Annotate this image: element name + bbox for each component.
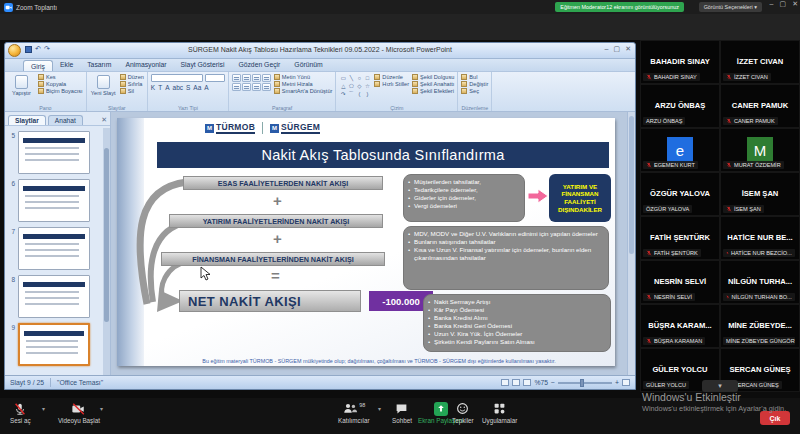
ribbon-tab[interactable]: Görünüm — [287, 59, 329, 71]
participant-tile[interactable]: BAHADIR SINAYBAHADIR SINAY — [641, 41, 719, 83]
slides-button[interactable]: Düzen — [120, 74, 144, 80]
font-name-select[interactable] — [151, 74, 203, 82]
paste-button[interactable]: Yapıştır — [8, 74, 35, 103]
slide-thumbnail[interactable]: 7 — [7, 227, 101, 270]
ppt-close-button[interactable]: ✕ — [625, 45, 631, 53]
leave-meeting-button[interactable]: Çık — [760, 411, 790, 425]
participants-button[interactable]: 98 Katılımcılar — [338, 401, 370, 424]
drawing-button[interactable]: Düzenle — [374, 74, 409, 80]
ppt-maximize-button[interactable]: ▢ — [614, 45, 621, 53]
slide-thumbnail[interactable]: 8 — [7, 275, 101, 318]
font-glyph-button[interactable]: A — [165, 84, 169, 91]
font-glyph-button[interactable]: K — [151, 84, 155, 91]
ribbon-tab[interactable]: Giriş — [23, 60, 53, 71]
new-slide-button[interactable]: Yeni Slayt — [90, 74, 117, 103]
slideshow-view-icon[interactable] — [523, 379, 531, 386]
participant-tile[interactable]: İZZET CIVANİZZET CIVAN — [721, 41, 799, 83]
ribbon-tab[interactable]: Tasarım — [80, 59, 118, 71]
pano-button[interactable]: Kes — [38, 74, 83, 80]
drawing-button[interactable]: Hızlı Stiller — [374, 81, 409, 87]
participant-tile[interactable]: FATİH ŞENTÜRKFATİH ŞENTÜRK — [641, 217, 719, 259]
indent-icon[interactable] — [252, 74, 261, 82]
slide-thumbnail[interactable]: 5 — [7, 131, 101, 174]
slides-button[interactable]: Sıfırla — [120, 81, 144, 87]
start-video-button[interactable]: Videoyu Başlat — [58, 401, 100, 424]
font-glyph-button[interactable]: S — [186, 84, 190, 91]
participant-tile[interactable]: NESRİN SELVİNESRİN SELVİ — [641, 261, 719, 303]
slide-canvas[interactable]: M TÜRMOB M SÜRGEM Nakit Akış Tablosunda … — [117, 118, 615, 366]
font-size-select[interactable] — [205, 74, 225, 82]
participants-caret[interactable]: ▾ — [378, 405, 381, 412]
participant-tile[interactable]: NİLGÜN TURHA...NİLGÜN TURHAN BO... — [721, 261, 799, 303]
chat-button[interactable]: Sohbet — [392, 401, 412, 424]
participant-tile[interactable]: eEGEMEN KURT — [641, 129, 719, 171]
ribbon-tab[interactable]: Animasyonlar — [118, 59, 173, 71]
unmute-button[interactable]: Sesi aç — [10, 401, 31, 424]
slides-button[interactable]: Sil — [120, 88, 144, 94]
font-glyph-button[interactable]: abc — [173, 84, 183, 91]
paragraph-button[interactable]: Metni Hizala — [274, 81, 333, 87]
slides-panel-scrollbar[interactable] — [103, 128, 110, 377]
font-glyph-button[interactable]: A — [204, 84, 208, 91]
close-button[interactable]: ✕ — [792, 0, 798, 8]
reactions-button[interactable]: Tepkiler — [452, 401, 474, 424]
number-list-icon[interactable] — [242, 74, 251, 82]
align-right-icon[interactable] — [252, 83, 261, 91]
panel-close-icon[interactable]: ✕ — [101, 116, 107, 124]
normal-view-icon[interactable] — [501, 379, 509, 386]
editing-button[interactable]: Değiştir — [461, 81, 488, 87]
slide-thumbnail[interactable]: 9 — [7, 323, 101, 366]
align-left-icon[interactable] — [232, 83, 241, 91]
participant-tile[interactable]: BÜŞRA KARAM...BÜŞRA KARAMAN — [641, 305, 719, 347]
mic-options-caret[interactable]: ▾ — [42, 405, 45, 412]
maximize-button[interactable]: ▢ — [780, 0, 787, 8]
pano-button[interactable]: Biçim Boyacısı — [38, 88, 83, 94]
font-glyph-button[interactable]: T — [158, 84, 162, 91]
editing-button[interactable]: Bul — [461, 74, 488, 80]
ribbon-tab[interactable]: Gözden Geçir — [231, 59, 287, 71]
drawing-button[interactable]: Şekil Efektleri — [412, 88, 454, 94]
justify-icon[interactable] — [262, 83, 271, 91]
font-glyph-button[interactable]: Aa — [193, 84, 201, 91]
participant-avatar: M — [747, 137, 773, 163]
view-options-label: Görüntü Seçenekleri — [704, 4, 753, 10]
participant-label: MURAT ÖZDEMİR — [723, 161, 784, 169]
apps-button[interactable]: Uygulamalar — [482, 401, 517, 424]
paragraph-button[interactable]: SmartArt'a Dönüştür — [274, 88, 333, 94]
ppt-minimize-button[interactable]: – — [605, 45, 609, 53]
participant-name: NESRİN SELVİ — [643, 277, 717, 286]
participant-tile[interactable]: ARZU ÖNBAŞARZU ÖNBAŞ — [641, 85, 719, 127]
paragraph-button[interactable]: Metin Yönü — [274, 74, 333, 80]
fit-to-window-icon[interactable] — [622, 379, 630, 386]
participant-tile[interactable]: CANER PAMUKCANER PAMUK — [721, 85, 799, 127]
tab-outline[interactable]: Anahat — [48, 115, 83, 125]
participant-label-text: NİLGÜN TURHAN BO... — [732, 294, 792, 300]
zoom-slider-handle[interactable] — [580, 379, 584, 387]
ribbon-tab[interactable]: Ekle — [53, 59, 80, 71]
participant-tile[interactable]: İSEM ŞANİSEM ŞAN — [721, 173, 799, 215]
drawing-button[interactable]: Şekil Dolgusu — [412, 74, 454, 80]
outdent-icon[interactable] — [262, 74, 271, 82]
align-center-icon[interactable] — [242, 83, 251, 91]
shapes-gallery[interactable]: ▭╲○□ △⬠◇☆ ↷⌒() — [339, 74, 371, 103]
slide-sorter-icon[interactable] — [512, 379, 520, 386]
pano-button[interactable]: Kopyala — [38, 81, 83, 87]
slide-thumbnail[interactable]: 6 — [7, 179, 101, 222]
minimize-button[interactable]: – — [770, 0, 774, 8]
zoom-in-button[interactable]: + — [615, 379, 619, 386]
editing-button[interactable]: Seç — [461, 88, 488, 94]
video-options-caret[interactable]: ▾ — [100, 405, 103, 412]
tab-slides[interactable]: Slaytlar — [8, 115, 46, 125]
participant-tile[interactable]: ÖZGÜR YALOVAÖZGÜR YALOVA — [641, 173, 719, 215]
slide-scrollbar[interactable] — [627, 112, 635, 377]
zoom-slider[interactable] — [558, 382, 612, 384]
participant-tile[interactable]: HATİCE NUR BE...HATİCE NUR BEZCİO... — [721, 217, 799, 259]
ribbon-tab[interactable]: Slayt Gösterisi — [174, 59, 232, 71]
view-options-button[interactable]: Görüntü Seçenekleri ▾ — [699, 2, 762, 12]
bullet-list-icon[interactable] — [232, 74, 241, 82]
drawing-button[interactable]: Şekil Anahattı — [412, 81, 454, 87]
zoom-out-button[interactable]: − — [551, 379, 555, 386]
participant-tile[interactable]: MİNE ZÜBEYDE...MİNE ZÜBEYDE GÜNGÖR — [721, 305, 799, 347]
participant-tile[interactable]: MMURAT ÖZDEMİR — [721, 129, 799, 171]
participants-scroll-down-button[interactable]: ▾ — [702, 380, 738, 392]
